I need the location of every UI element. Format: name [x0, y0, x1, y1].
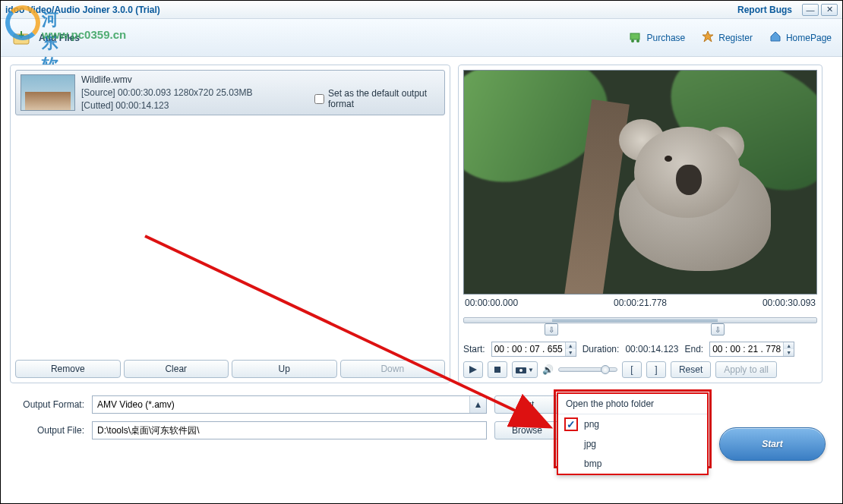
file-source-line: [Source] 00:00:30.093 1280x720 25.03MB — [81, 87, 253, 98]
output-section: Output Format: ▲ Cut Output File: Browse — [1, 388, 842, 456]
bracket-out-button[interactable]: ] — [646, 361, 666, 378]
svg-rect-1 — [630, 33, 639, 39]
time-end: 00:00:30.093 — [762, 298, 816, 308]
output-format-label: Output Format: — [14, 399, 84, 410]
purchase-link[interactable]: Purchase — [629, 30, 686, 45]
dropdown-icon[interactable]: ▲ — [469, 396, 486, 413]
svg-rect-6 — [494, 367, 500, 373]
svg-point-3 — [636, 39, 639, 43]
spin-up-icon[interactable]: ▲ — [784, 342, 794, 349]
video-preview[interactable] — [463, 70, 817, 295]
home-icon — [769, 30, 781, 45]
spin-down-icon[interactable]: ▼ — [784, 349, 794, 356]
file-list-panel: Wildlife.wmv [Source] 00:00:30.093 1280x… — [10, 65, 450, 383]
start-button[interactable]: Start — [719, 427, 826, 461]
file-cutted-line: [Cutted] 00:00:14.123 — [81, 100, 253, 111]
close-button[interactable]: ✕ — [821, 4, 838, 16]
main-toolbar: Add Files Purchase Register HomePage — [1, 19, 842, 57]
register-link[interactable]: Register — [702, 30, 753, 45]
minimize-button[interactable]: — — [802, 4, 819, 16]
popup-option-bmp[interactable]: bmp — [558, 454, 707, 474]
apply-all-button: Apply to all — [715, 361, 777, 378]
time-start: 00:00:00.000 — [465, 298, 518, 308]
start-time-field[interactable] — [492, 342, 565, 356]
start-label: Start: — [463, 344, 485, 354]
output-format-field[interactable] — [93, 396, 469, 413]
svg-point-2 — [631, 39, 634, 43]
time-labels: 00:00:00.000 00:00:21.778 00:00:30.093 — [463, 295, 817, 311]
play-button[interactable] — [463, 361, 483, 378]
file-thumbnail — [21, 74, 75, 111]
title-bar: idoo Video/Audio Joiner 3.0.0 (Trial) Re… — [1, 1, 842, 19]
range-handle-start[interactable]: ⇩ — [545, 323, 558, 335]
add-files-label: Add Files — [39, 33, 80, 43]
popup-option-jpg[interactable]: jpg — [558, 434, 707, 454]
cart-icon — [629, 30, 643, 45]
snapshot-button[interactable]: ▼ — [512, 361, 538, 378]
browse-button[interactable]: Browse — [494, 421, 560, 439]
output-file-field-wrap[interactable] — [92, 421, 487, 439]
svg-marker-5 — [469, 366, 477, 373]
add-files-icon — [11, 29, 33, 47]
check-icon: ✓ — [564, 417, 578, 431]
output-format-combo[interactable]: ▲ — [92, 395, 487, 414]
file-name: Wildlife.wmv — [81, 74, 253, 85]
svg-point-8 — [519, 369, 523, 372]
stop-button[interactable] — [488, 361, 507, 378]
end-time-field[interactable] — [710, 342, 783, 356]
homepage-link[interactable]: HomePage — [769, 30, 832, 45]
end-time-input[interactable]: ▲▼ — [709, 342, 794, 357]
range-handle-end[interactable]: ⇩ — [711, 323, 725, 335]
add-files-button[interactable]: Add Files — [11, 29, 80, 47]
output-file-label: Output File: — [14, 425, 84, 436]
up-button[interactable]: Up — [232, 360, 337, 378]
app-title: idoo Video/Audio Joiner 3.0.0 (Trial) — [5, 5, 737, 15]
cut-button[interactable]: Cut — [494, 395, 560, 414]
bracket-in-button[interactable]: [ — [622, 361, 642, 378]
duration-value: 00:00:14.123 — [625, 344, 678, 354]
volume-slider[interactable] — [558, 367, 617, 372]
down-button: Down — [340, 360, 446, 378]
end-label: End: — [684, 344, 703, 354]
output-file-field[interactable] — [93, 422, 486, 439]
default-output-check-input[interactable] — [314, 94, 324, 104]
spin-down-icon[interactable]: ▼ — [566, 349, 576, 356]
default-output-checkbox[interactable]: Set as the default output format — [314, 88, 450, 109]
volume-icon: 🔊 — [542, 364, 554, 375]
duration-label: Duration: — [583, 344, 620, 354]
reset-button[interactable]: Reset — [671, 361, 711, 378]
preview-panel: 00:00:00.000 00:00:21.778 00:00:30.093 ⇩… — [458, 65, 822, 383]
popup-header[interactable]: Open the photo folder — [558, 394, 707, 414]
report-bugs-link[interactable]: Report Bugs — [737, 5, 792, 15]
time-current: 00:00:21.778 — [614, 298, 667, 308]
clear-button[interactable]: Clear — [124, 360, 229, 378]
popup-option-png[interactable]: ✓ png — [558, 414, 707, 434]
svg-marker-4 — [702, 31, 713, 42]
start-time-input[interactable]: ▲▼ — [491, 342, 576, 357]
spin-up-icon[interactable]: ▲ — [566, 342, 576, 349]
remove-button[interactable]: Remove — [15, 360, 121, 378]
star-icon — [702, 30, 714, 45]
range-slider[interactable]: ⇩ ⇩ — [463, 313, 817, 337]
snapshot-format-menu[interactable]: Open the photo folder ✓ png jpg bmp — [557, 392, 709, 475]
